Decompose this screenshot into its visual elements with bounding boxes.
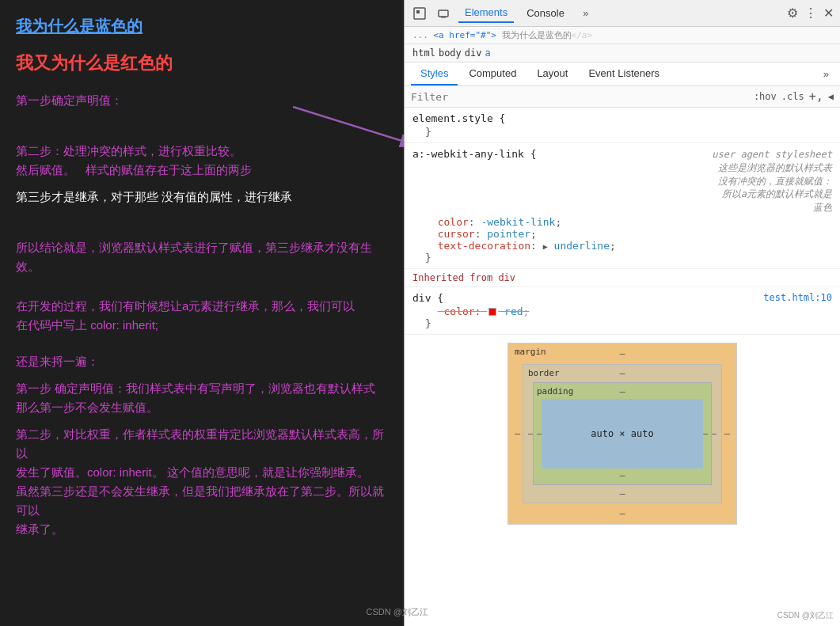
div-selector[interactable]: div { test.html:10: [412, 292, 832, 304]
watermark: CSDN @刘乙江: [367, 606, 404, 618]
text-decoration[interactable]: text-decoration: ▶ underline;: [412, 240, 832, 252]
box-model-section: margin – – – – border – – – – paddin: [405, 335, 840, 533]
inspect-icon[interactable]: [411, 5, 428, 22]
margin-top-dash: –: [619, 348, 625, 359]
div-color-property[interactable]: color: red;: [412, 305, 832, 317]
more-tabs-icon[interactable]: »: [577, 5, 595, 22]
tab-layout[interactable]: Layout: [527, 63, 577, 85]
margin-label: margin: [515, 347, 546, 357]
border-box: border – – – – padding – – – –: [523, 364, 722, 503]
svg-line-1: [293, 107, 404, 146]
again-step2: 第二步，对比权重，作者样式表的权重肯定比浏览器默认样式表高，所以发生了赋值。co…: [16, 425, 388, 539]
new-style-rule-btn[interactable]: +,: [809, 89, 823, 104]
content-size: auto × auto: [591, 428, 653, 439]
more-subtabs-btn[interactable]: »: [819, 63, 834, 85]
padding-box: padding – – – – auto × auto: [533, 382, 712, 485]
blue-link[interactable]: 我为什么是蓝色的: [16, 16, 388, 37]
hov-button[interactable]: :hov: [754, 91, 777, 102]
filter-input[interactable]: [411, 91, 747, 103]
margin-left-dash: –: [515, 428, 520, 439]
box-model: margin – – – – border – – – – paddin: [507, 343, 737, 525]
color-swatch-red[interactable]: [488, 308, 496, 316]
develop-text: 在开发的过程，我们有时候想让a元素进行继承，那么，我们可以在代码中写上 colo…: [16, 297, 388, 335]
content-box: auto × auto: [542, 399, 703, 469]
dots-icon[interactable]: ⋮: [804, 6, 817, 21]
tab-event-listeners[interactable]: Event Listeners: [579, 63, 669, 85]
svg-rect-3: [416, 10, 420, 13]
padding-top-dash: –: [619, 386, 625, 397]
svg-rect-4: [439, 10, 448, 17]
left-panel: 我为什么是蓝色的 我又为什么是红色的 第一步确定声明值： 第二步：处理冲突的样式…: [0, 0, 404, 626]
csdn-watermark: CSDN @刘乙江: [777, 610, 834, 621]
padding-bottom-dash: –: [619, 470, 625, 481]
devtools-panel: Elements Console » ⚙ ⋮ ✕ ... <a href="#"…: [404, 0, 840, 626]
sub-tabs: Styles Computed Layout Event Listeners »: [405, 63, 840, 86]
breadcrumb-body[interactable]: body: [439, 47, 462, 59]
margin-box: margin – – – – border – – – – paddin: [507, 343, 737, 525]
svg-rect-5: [441, 17, 446, 18]
tab-computed[interactable]: Computed: [459, 63, 526, 85]
breadcrumb: html body div a: [405, 44, 840, 63]
breadcrumb-div[interactable]: div: [465, 47, 482, 59]
tab-styles[interactable]: Styles: [411, 63, 458, 85]
filter-controls: :hov .cls +, ◀: [754, 89, 834, 104]
border-bottom-dash: –: [619, 488, 625, 499]
collapse-btn[interactable]: ◀: [828, 91, 834, 102]
padding-label: padding: [537, 386, 573, 396]
div-rule-close: }: [412, 317, 832, 329]
cursor-pointer[interactable]: cursor: pointer;: [412, 228, 832, 240]
breadcrumb-html[interactable]: html: [412, 47, 435, 59]
step2-text: 第二步：处理冲突的样式，进行权重比较。然后赋值。 样式的赋值存在于这上面的两步: [16, 142, 388, 180]
device-icon[interactable]: [435, 5, 452, 22]
devtools-toolbar: Elements Console » ⚙ ⋮ ✕: [405, 0, 840, 27]
red-heading: 我又为什么是红色的: [16, 51, 388, 75]
again-label: 还是来捋一遍：: [16, 352, 388, 371]
element-style-close: }: [412, 126, 832, 138]
element-style-selector[interactable]: element.style {: [412, 112, 832, 124]
color-webkit-link[interactable]: color: -webkit-link;: [412, 216, 832, 228]
border-top-dash: –: [619, 368, 625, 379]
margin-right-dash: –: [724, 428, 730, 439]
webkit-comment: user agent stylesheet这些是浏览器的默认样式表没有冲突的，直…: [712, 148, 832, 214]
styles-content: :hov .cls +, ◀ element.style { } a:-webk…: [405, 86, 840, 626]
inherited-tag[interactable]: div: [498, 272, 515, 283]
source-line: ... <a href="#"> 我为什么是蓝色的</a>: [405, 27, 840, 44]
step1-label: 第一步确定声明值：: [16, 91, 388, 110]
again-step1: 第一步 确定声明值：我们样式表中有写声明了，浏览器也有默认样式那么第一步不会发生…: [16, 379, 388, 417]
tab-elements[interactable]: Elements: [458, 3, 514, 23]
border-label: border: [528, 368, 560, 378]
filter-bar: :hov .cls +, ◀: [405, 86, 840, 108]
breadcrumb-a[interactable]: a: [485, 47, 491, 59]
source-link[interactable]: test.html:10: [763, 292, 832, 303]
webkit-rule-close: }: [412, 252, 832, 264]
tab-console[interactable]: Console: [520, 4, 571, 22]
margin-bottom-dash: –: [619, 508, 625, 519]
gear-icon[interactable]: ⚙: [787, 6, 798, 21]
close-icon[interactable]: ✕: [823, 6, 834, 21]
inherited-from-text: Inherited from: [412, 272, 492, 283]
step3-text: 第三步才是继承，对于那些 没有值的属性，进行继承: [16, 188, 388, 207]
element-style-rule: element.style { }: [405, 108, 840, 143]
webkit-any-link-rule: a:-webkit-any-link { user agent styleshe…: [405, 143, 840, 269]
inherited-from-label: Inherited from div: [405, 269, 840, 287]
cls-button[interactable]: .cls: [781, 91, 804, 102]
webkit-selector[interactable]: a:-webkit-any-link { user agent styleshe…: [412, 148, 832, 214]
conclusion-text: 所以结论就是，浏览器默认样式表进行了赋值，第三步继承才没有生效。: [16, 238, 388, 276]
div-rule: div { test.html:10 color: red; }: [405, 287, 840, 335]
